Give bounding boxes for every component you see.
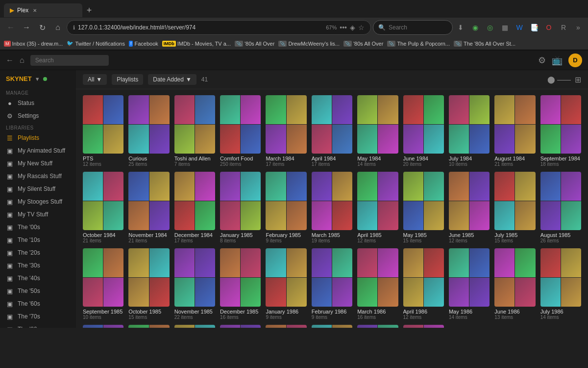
playlist-item[interactable]: July 1986 14 items: [540, 248, 581, 320]
sidebar-item-stooges[interactable]: ▣ My Stooges Stuff: [0, 195, 76, 208]
playlist-item[interactable]: April 1985 12 items: [357, 172, 398, 243]
sidebar-item-rascals[interactable]: ▣ My Rascals Stuff: [0, 170, 76, 183]
playlists-filter-button[interactable]: Playlists: [112, 74, 143, 85]
sidebar-item-animated[interactable]: ▣ My Animated Stuff: [0, 144, 76, 157]
playlist-item[interactable]: This Weekend 9 items: [312, 325, 352, 328]
bookmark-imdb[interactable]: IMDb IMDb - Movies, TV a...: [162, 41, 231, 47]
playlist-item[interactable]: December 1986 18 items: [266, 325, 306, 328]
playlist-item[interactable]: August 1984 21 items: [494, 95, 535, 167]
more-options-icon[interactable]: •••: [340, 24, 347, 31]
extension-1-icon[interactable]: ◉: [469, 22, 481, 33]
back-button[interactable]: ←: [4, 21, 18, 34]
plex-search-input[interactable]: [30, 55, 109, 66]
bookmark-80s2[interactable]: 📎 '80s All Over: [343, 41, 383, 47]
grid-view-toggle[interactable]: ⊞: [575, 75, 581, 84]
playlist-item[interactable]: December 1985 16 items: [220, 248, 261, 320]
sidebar-item-new[interactable]: ▣ My New Stuff: [0, 157, 76, 170]
sidebar-item-silent[interactable]: ▣ My Silent Stuff: [0, 183, 76, 195]
playlist-item[interactable]: August 1985 26 items: [540, 172, 581, 243]
playlist-item[interactable]: November 1986 23 items: [220, 325, 261, 328]
sidebar-item-70s[interactable]: ▣ The '70s: [0, 310, 76, 323]
all-filter-button[interactable]: All ▼: [83, 74, 107, 85]
bookmark-80s3[interactable]: 📎 The '80s All Over St...: [454, 41, 515, 47]
playlist-item[interactable]: PTS 12 items: [83, 95, 123, 167]
forward-button[interactable]: →: [20, 21, 33, 34]
bookmark-facebook[interactable]: f Facebook: [129, 41, 158, 47]
date-added-filter-button[interactable]: Date Added ▼: [148, 74, 196, 85]
sidebar-item-settings[interactable]: ⚙ Settings: [0, 109, 76, 122]
sidebar-item-status[interactable]: ● Status: [0, 97, 76, 109]
playlist-item[interactable]: April 1984 17 items: [312, 95, 352, 167]
extension-2-icon[interactable]: ◎: [484, 22, 496, 33]
bookmark-pulp[interactable]: 📎 The Pulp & Popcorn...: [387, 41, 450, 47]
pocket-icon[interactable]: ◈: [350, 24, 355, 31]
playlist-item[interactable]: November 1984 21 items: [128, 172, 169, 243]
playlist-item[interactable]: March 1986 16 items: [357, 248, 398, 320]
playlist-item[interactable]: Toshi and Allen 7 items: [174, 95, 215, 167]
active-tab[interactable]: ▶ Plex ✕: [4, 3, 82, 17]
playlist-item[interactable]: November 1985 22 items: [174, 248, 215, 320]
playlist-item[interactable]: Comfort Food 250 items: [220, 95, 261, 167]
url-input[interactable]: [78, 24, 323, 31]
sidebar-item-playlists[interactable]: ☰ Playlists: [0, 131, 76, 144]
playlist-item[interactable]: May 1984 14 items: [357, 95, 398, 167]
home-button[interactable]: ⌂: [51, 21, 65, 34]
address-bar[interactable]: ℹ 67% ••• ◈ ☆: [67, 20, 371, 35]
playlist-item[interactable]: September 1986 15 items: [128, 325, 169, 328]
tab-close-button[interactable]: ✕: [31, 7, 38, 14]
playlist-item[interactable]: December 1984 17 items: [174, 172, 215, 243]
playlist-item[interactable]: September 1984 18 items: [540, 95, 581, 167]
plex-back-button[interactable]: ←: [6, 56, 14, 65]
playlist-item[interactable]: March 1985 19 items: [312, 172, 352, 243]
playlist-item[interactable]: June 1984 20 items: [403, 95, 444, 167]
browser-search-bar[interactable]: 🔍: [373, 20, 453, 35]
extension-5-icon[interactable]: 📑: [528, 22, 540, 33]
extension-4-icon[interactable]: W: [514, 22, 525, 33]
playlist-item[interactable]: February 1986 9 items: [312, 248, 352, 320]
playlist-item[interactable]: May 1985 15 items: [403, 172, 444, 243]
playlist-item[interactable]: October 1984 21 items: [83, 172, 123, 243]
sidebar-item-tv[interactable]: ▣ My TV Stuff: [0, 208, 76, 221]
user-avatar[interactable]: D: [568, 53, 582, 67]
sidebar-item-40s[interactable]: ▣ The '40s: [0, 272, 76, 285]
playlist-item[interactable]: April 1986 12 items: [403, 248, 444, 320]
playlist-item[interactable]: Stuff To Watch ... 10 items: [403, 325, 444, 328]
playlist-item[interactable]: February 1985 9 items: [266, 172, 306, 243]
download-icon[interactable]: ⬇: [455, 22, 466, 33]
sidebar-item-00s[interactable]: ▣ The '00s: [0, 221, 76, 234]
sidebar-item-60s[interactable]: ▣ The '60s: [0, 297, 76, 310]
playlist-item[interactable]: Curious 25 items: [128, 95, 169, 167]
reload-button[interactable]: ↻: [35, 21, 49, 34]
bookmark-twitter[interactable]: 🐦 Twitter / Notifications: [67, 40, 124, 47]
playlist-item[interactable]: August 1986 18 items: [83, 325, 123, 328]
more-extensions-icon[interactable]: »: [572, 22, 584, 33]
playlist-item[interactable]: 1984The Boys 44 items: [357, 325, 398, 328]
extension-6-icon[interactable]: R: [558, 22, 569, 33]
sidebar-item-10s[interactable]: ▣ The '10s: [0, 234, 76, 246]
server-header[interactable]: SKYNET ▼: [0, 70, 76, 87]
extension-3-icon[interactable]: ▦: [499, 22, 511, 33]
new-tab-button[interactable]: +: [82, 3, 96, 17]
opera-icon[interactable]: O: [543, 22, 555, 33]
sidebar-item-50s[interactable]: ▣ The '50s: [0, 285, 76, 297]
playlist-item[interactable]: May 1986 14 items: [449, 248, 490, 320]
sidebar-item-30s[interactable]: ▣ The '30s: [0, 259, 76, 272]
sidebar-item-80s[interactable]: ▣ The '80s: [0, 323, 76, 328]
playlist-item[interactable]: July 1984 10 items: [449, 95, 490, 167]
search-input[interactable]: [389, 24, 447, 31]
plex-cast-icon[interactable]: 📺: [552, 55, 563, 66]
playlist-item[interactable]: June 1986 13 items: [494, 248, 535, 320]
sidebar-item-20s[interactable]: ▣ The '20s: [0, 246, 76, 259]
playlist-item[interactable]: March 1984 17 items: [266, 95, 306, 167]
playlist-item[interactable]: June 1985 12 items: [449, 172, 490, 243]
playlist-item[interactable]: October 1985 15 items: [128, 248, 169, 320]
playlist-item[interactable]: September 1985 10 items: [83, 248, 123, 320]
playlist-item[interactable]: October 1986 15 items: [174, 325, 215, 328]
plex-home-button[interactable]: ⌂: [20, 56, 24, 65]
plex-settings-icon[interactable]: ⚙: [538, 55, 546, 66]
playlist-item[interactable]: January 1985 8 items: [220, 172, 261, 243]
bookmark-gmail[interactable]: M Inbox (35) - drew.m...: [4, 41, 63, 47]
playlist-item[interactable]: January 1986 9 items: [266, 248, 306, 320]
bookmark-star-icon[interactable]: ☆: [358, 24, 365, 31]
bookmark-80s1[interactable]: 📎 '80s All Over: [235, 41, 274, 47]
